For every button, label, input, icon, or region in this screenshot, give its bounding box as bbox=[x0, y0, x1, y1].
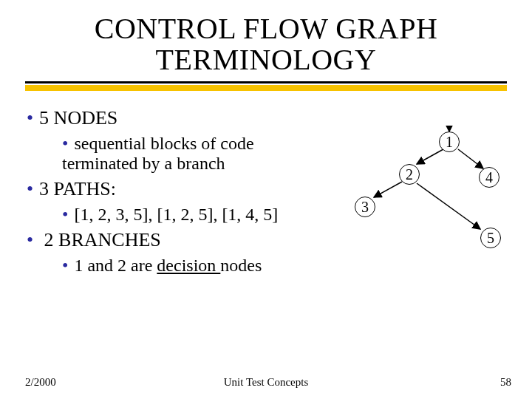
bullet-branches-sub-prefix: 1 and 2 are bbox=[74, 256, 157, 275]
bullet-branches-sub-underlined: decision bbox=[157, 256, 220, 275]
bullet-dot-icon: • bbox=[27, 229, 33, 250]
title-block: CONTROL FLOW GRAPH TERMINOLOGY bbox=[0, 0, 532, 75]
title-line-2: TERMINOLOGY bbox=[0, 44, 532, 75]
bullet-paths-sub-text: [1, 2, 3, 5], [1, 2, 5], [1, 4, 5] bbox=[74, 205, 278, 224]
title-line-1: CONTROL FLOW GRAPH bbox=[0, 13, 532, 44]
diagram-edges bbox=[328, 126, 505, 273]
bullet-branches-sub-suffix: nodes bbox=[220, 256, 262, 275]
footer-page-number: 58 bbox=[500, 376, 511, 389]
edge-2-3 bbox=[374, 182, 402, 197]
node-3: 3 bbox=[355, 197, 375, 217]
node-2: 2 bbox=[399, 164, 420, 185]
node-1: 1 bbox=[439, 132, 460, 152]
slide: CONTROL FLOW GRAPH TERMINOLOGY •5 NODES … bbox=[0, 0, 532, 399]
title-rule bbox=[25, 81, 507, 91]
flow-graph-diagram: 1 2 4 3 5 bbox=[328, 126, 505, 273]
bullet-branches-label: 2 BRANCHES bbox=[44, 229, 161, 250]
edge-1-4 bbox=[458, 149, 483, 168]
bullet-dot-icon: • bbox=[27, 107, 33, 129]
bullet-nodes-sub: •sequential blocks of code terminated by… bbox=[62, 134, 328, 174]
bullet-dot-icon: • bbox=[62, 205, 68, 224]
bullet-paths-label: 3 PATHS: bbox=[39, 178, 116, 200]
bullet-dot-icon: • bbox=[62, 134, 68, 153]
edge-1-2 bbox=[417, 149, 443, 164]
rule-yellow bbox=[25, 85, 507, 91]
node-4: 4 bbox=[479, 167, 499, 188]
footer-title: Unit Test Concepts bbox=[224, 376, 309, 389]
footer-date: 2/2000 bbox=[25, 376, 56, 389]
bullet-nodes-label: 5 NODES bbox=[39, 107, 117, 129]
node-5: 5 bbox=[480, 228, 501, 248]
bullet-dot-icon: • bbox=[62, 256, 68, 275]
rule-black bbox=[25, 81, 507, 83]
edge-2-5 bbox=[417, 183, 480, 229]
bullet-dot-icon: • bbox=[27, 178, 33, 200]
bullet-nodes-sub-text: sequential blocks of code terminated by … bbox=[62, 134, 254, 173]
